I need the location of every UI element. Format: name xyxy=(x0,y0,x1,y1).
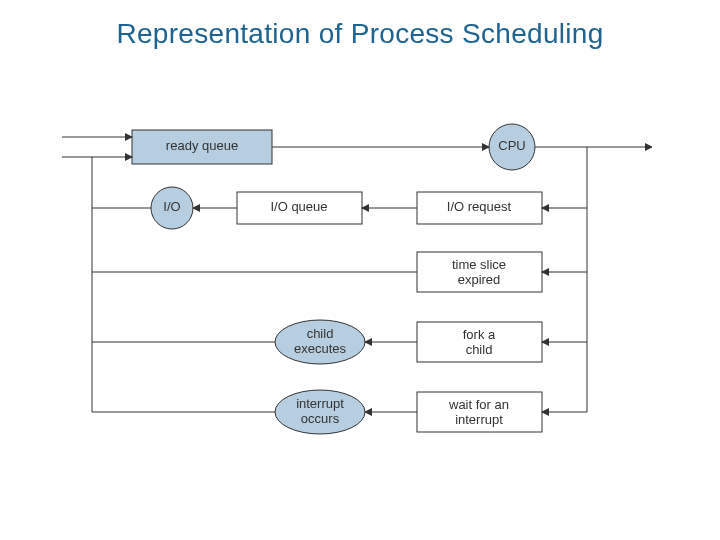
child-l1: child xyxy=(307,326,334,341)
fork-child-node: fork a child xyxy=(417,322,542,362)
io-queue-node: I/O queue xyxy=(237,192,362,224)
page-title: Representation of Process Scheduling xyxy=(0,18,720,50)
io-request-label: I/O request xyxy=(447,199,512,214)
time-slice-l1: time slice xyxy=(452,257,506,272)
wait-interrupt-node: wait for an interrupt xyxy=(417,392,542,432)
wait-l1: wait for an xyxy=(448,397,509,412)
cpu-label: CPU xyxy=(498,138,525,153)
io-queue-label: I/O queue xyxy=(270,199,327,214)
time-slice-l2: expired xyxy=(458,272,501,287)
ready-queue-label: ready queue xyxy=(166,138,238,153)
wait-l2: interrupt xyxy=(455,412,503,427)
fork-l1: fork a xyxy=(463,327,496,342)
cpu-node: CPU xyxy=(489,124,535,170)
child-executes-node: child executes xyxy=(275,320,365,364)
intr-l1: interrupt xyxy=(296,396,344,411)
fork-l2: child xyxy=(466,342,493,357)
scheduling-diagram: ready queue CPU I/O I/O queue I/O reques… xyxy=(62,120,652,470)
interrupt-occurs-node: interrupt occurs xyxy=(275,390,365,434)
io-request-node: I/O request xyxy=(417,192,542,224)
child-l2: executes xyxy=(294,341,347,356)
io-label: I/O xyxy=(163,199,180,214)
intr-l2: occurs xyxy=(301,411,340,426)
io-node: I/O xyxy=(151,187,193,229)
ready-queue-node: ready queue xyxy=(132,130,272,164)
time-slice-node: time slice expired xyxy=(417,252,542,292)
